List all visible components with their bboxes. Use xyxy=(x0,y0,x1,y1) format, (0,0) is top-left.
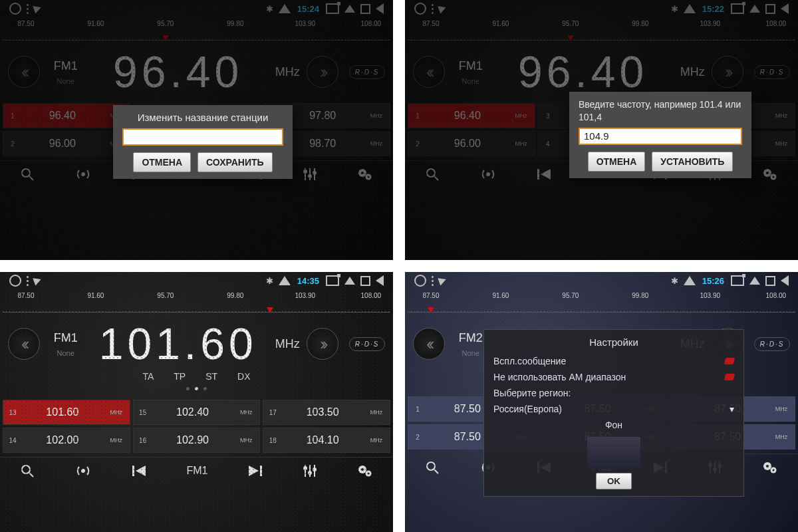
band-label: FM1 xyxy=(459,59,483,73)
menu-dots-icon[interactable] xyxy=(27,4,29,14)
seek-next-button[interactable] xyxy=(712,56,743,88)
screencast-icon[interactable] xyxy=(326,275,339,286)
seek-prev-button[interactable] xyxy=(8,328,40,360)
settings-button[interactable] xyxy=(763,168,777,181)
band-switch-button[interactable]: FM1 xyxy=(186,465,207,477)
scan-button[interactable] xyxy=(480,168,496,181)
save-button[interactable]: СОХРАНИТЬ xyxy=(198,152,272,172)
cancel-button[interactable]: ОТМЕНА xyxy=(588,152,646,172)
tick-label: 87.50 xyxy=(17,292,34,299)
frequency-scale[interactable]: 87.50 91.60 95.70 99.80 103.90 108.00 xyxy=(3,292,390,313)
frequency-scale[interactable]: 87.50 91.60 95.70 99.80 103.90 108.00 xyxy=(3,20,390,41)
recents-icon[interactable] xyxy=(360,276,370,286)
search-button[interactable] xyxy=(426,168,439,181)
screencast-icon[interactable] xyxy=(326,3,339,14)
nav-pointer-icon[interactable] xyxy=(34,277,41,285)
preset-frequency: 96.00 xyxy=(22,138,103,150)
back-icon[interactable] xyxy=(781,275,789,286)
recents-icon[interactable] xyxy=(360,4,370,14)
frequency-scale[interactable]: 87.50 91.60 95.70 99.80 103.90 108.00 xyxy=(408,20,795,41)
svg-line-35 xyxy=(29,473,33,477)
eject-icon[interactable] xyxy=(344,5,355,13)
search-button[interactable] xyxy=(21,168,34,181)
home-circle-icon[interactable] xyxy=(9,275,21,287)
preset-slot[interactable]: 196.40MHz xyxy=(3,103,130,128)
settings-button[interactable] xyxy=(763,461,777,474)
preset-slot[interactable]: 13101.60MHz xyxy=(3,400,130,425)
recents-icon[interactable] xyxy=(765,4,775,14)
preset-slot[interactable]: 15102.40MHz xyxy=(133,400,261,425)
preset-slot[interactable]: 296.00MHz xyxy=(408,131,535,156)
station-name-input[interactable] xyxy=(122,128,283,146)
preset-slot[interactable]: 196.40MHz xyxy=(408,103,535,128)
preset-slot[interactable]: 296.00MHz xyxy=(3,131,130,156)
prev-track-button[interactable] xyxy=(132,466,146,476)
back-icon[interactable] xyxy=(376,275,384,286)
band-label: FM1 xyxy=(54,331,78,345)
preset-slot[interactable]: 18104.10MHz xyxy=(263,428,390,453)
frequency-value[interactable]: 96.40 xyxy=(92,50,265,94)
eject-icon[interactable] xyxy=(749,5,760,13)
menu-dots-icon[interactable] xyxy=(27,276,29,286)
frequency-input[interactable] xyxy=(579,128,742,145)
set-button[interactable]: УСТАНОВИТЬ xyxy=(652,152,733,172)
menu-dots-icon[interactable] xyxy=(432,4,434,14)
frequency-value[interactable]: 96.40 xyxy=(497,50,670,94)
cancel-button[interactable]: ОТМЕНА xyxy=(133,152,191,172)
rds-flags: TA TP ST DX xyxy=(0,371,393,382)
status-bar: ✱ 15:22 xyxy=(405,0,798,17)
station-name: None xyxy=(462,349,479,357)
frequency-value[interactable]: 101.60 xyxy=(92,322,265,366)
seek-prev-button[interactable] xyxy=(413,328,445,360)
svg-marker-38 xyxy=(136,466,146,476)
seek-prev-button[interactable] xyxy=(8,56,40,88)
prev-track-button[interactable] xyxy=(537,169,551,180)
eject-icon[interactable] xyxy=(344,277,355,285)
seek-next-button[interactable] xyxy=(307,56,338,88)
preset-slot[interactable]: 16102.90MHz xyxy=(133,428,261,453)
toggle-no-am[interactable] xyxy=(724,374,735,380)
screencast-icon[interactable] xyxy=(731,275,744,286)
nav-pointer-icon[interactable] xyxy=(34,5,41,13)
tuning-needle xyxy=(567,35,574,41)
preset-unit: MHz xyxy=(508,112,535,119)
preset-index: 14 xyxy=(3,437,22,444)
flag-tp: TP xyxy=(174,371,186,382)
settings-button[interactable] xyxy=(358,168,372,181)
background-thumbnail[interactable] xyxy=(587,437,640,469)
home-circle-icon[interactable] xyxy=(414,275,426,287)
next-track-button[interactable] xyxy=(249,466,262,476)
back-icon[interactable] xyxy=(376,3,384,14)
toggle-popup[interactable] xyxy=(724,358,735,364)
svg-point-16 xyxy=(367,176,369,178)
svg-rect-37 xyxy=(132,466,134,476)
recents-icon[interactable] xyxy=(765,276,775,286)
ok-button[interactable]: OK xyxy=(596,473,632,489)
scan-button[interactable] xyxy=(75,168,91,181)
home-circle-icon[interactable] xyxy=(414,3,426,15)
equalizer-button[interactable] xyxy=(303,168,317,180)
seek-prev-button[interactable] xyxy=(413,56,445,88)
svg-line-1 xyxy=(29,176,33,180)
scan-button[interactable] xyxy=(75,464,91,477)
screencast-icon[interactable] xyxy=(731,3,744,14)
svg-point-46 xyxy=(313,468,316,471)
search-button[interactable] xyxy=(426,461,439,474)
band-label: FM1 xyxy=(54,59,78,73)
svg-point-19 xyxy=(487,173,489,176)
seek-next-button[interactable] xyxy=(307,328,338,360)
nav-pointer-icon[interactable] xyxy=(439,5,446,13)
menu-dots-icon[interactable] xyxy=(432,276,434,286)
nav-pointer-icon[interactable] xyxy=(439,277,446,285)
frequency-scale[interactable]: 87.50 91.60 95.70 99.80 103.90 108.00 xyxy=(408,292,795,313)
settings-button[interactable] xyxy=(358,464,372,477)
setting-region-label: Выберите регион: xyxy=(493,388,571,398)
search-button[interactable] xyxy=(21,464,34,477)
preset-slot[interactable]: 14102.00MHz xyxy=(3,428,130,453)
home-circle-icon[interactable] xyxy=(9,3,21,15)
region-select[interactable]: Россия(Европа) xyxy=(493,404,562,414)
equalizer-button[interactable] xyxy=(303,465,317,477)
preset-slot[interactable]: 17103.50MHz xyxy=(263,400,390,425)
back-icon[interactable] xyxy=(781,3,789,14)
eject-icon[interactable] xyxy=(749,277,760,285)
